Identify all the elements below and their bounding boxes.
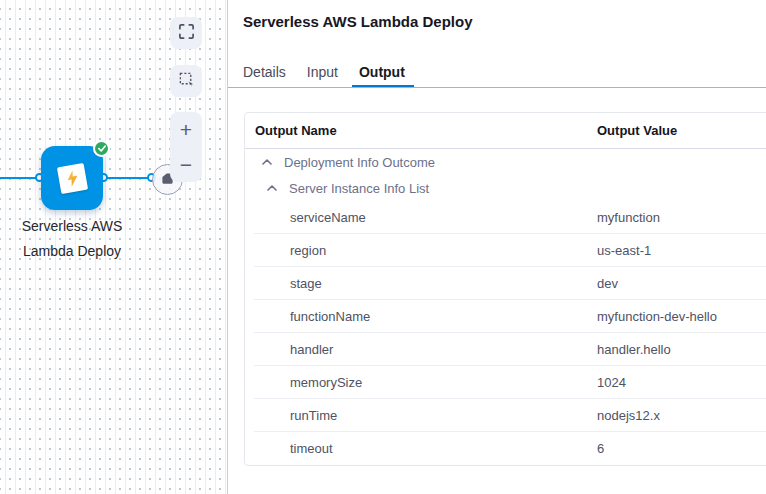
table-row: runTime nodejs12.x xyxy=(245,399,766,432)
output-name: serviceName xyxy=(245,210,597,225)
table-row: region us-east-1 xyxy=(245,234,766,267)
column-output-name: Output Name xyxy=(245,123,597,138)
tabs-divider xyxy=(228,87,766,88)
output-name: functionName xyxy=(245,309,597,324)
page-title: Serverless AWS Lambda Deploy xyxy=(243,13,473,30)
tab-input[interactable]: Input xyxy=(307,55,338,88)
output-name: region xyxy=(245,243,597,258)
zoom-out-button[interactable]: − xyxy=(170,147,202,182)
tab-bar: Details Input Output xyxy=(243,55,405,88)
table-row: functionName myfunction-dev-hello xyxy=(245,300,766,333)
table-row: timeout 6 xyxy=(245,432,766,465)
fullscreen-icon xyxy=(178,23,195,43)
chevron-up-icon[interactable] xyxy=(262,159,272,165)
step-details-panel: Serverless AWS Lambda Deploy Details Inp… xyxy=(228,0,766,494)
output-name: stage xyxy=(245,276,597,291)
group-label: Server Instance Info List xyxy=(289,181,429,196)
pipeline-canvas[interactable]: Serverless AWS Lambda Deploy + − xyxy=(0,0,227,494)
output-name: runTime xyxy=(245,408,597,423)
output-value: us-east-1 xyxy=(597,243,766,258)
column-output-value: Output Value xyxy=(597,123,766,138)
lambda-step-node[interactable] xyxy=(41,146,103,210)
node-label: Serverless AWS Lambda Deploy xyxy=(2,214,142,264)
group-row-server-instance-info[interactable]: Server Instance Info List xyxy=(245,175,766,201)
output-name: memorySize xyxy=(245,375,597,390)
table-header: Output Name Output Value xyxy=(245,113,766,149)
output-value: dev xyxy=(597,276,766,291)
output-name: handler xyxy=(245,342,597,357)
tab-details[interactable]: Details xyxy=(243,55,286,88)
output-name: timeout xyxy=(245,441,597,456)
table-row: stage dev xyxy=(245,267,766,300)
marquee-select-button[interactable] xyxy=(170,65,202,97)
tab-output[interactable]: Output xyxy=(359,55,405,88)
output-value: myfunction xyxy=(597,210,766,225)
group-label: Deployment Info Outcome xyxy=(284,155,435,170)
zoom-controls: + − xyxy=(170,112,202,182)
output-table: Output Name Output Value Deployment Info… xyxy=(244,112,766,466)
zoom-in-button[interactable]: + xyxy=(170,112,202,147)
table-row: handler handler.hello xyxy=(245,333,766,366)
output-value: nodejs12.x xyxy=(597,408,766,423)
table-row: memorySize 1024 xyxy=(245,366,766,399)
output-value: myfunction-dev-hello xyxy=(597,309,766,324)
table-row: serviceName myfunction xyxy=(245,201,766,234)
marquee-select-icon xyxy=(178,71,195,91)
fullscreen-button[interactable] xyxy=(170,17,202,49)
success-badge-icon xyxy=(93,140,110,157)
group-row-deployment-info[interactable]: Deployment Info Outcome xyxy=(245,149,766,175)
chevron-up-icon[interactable] xyxy=(267,185,277,191)
aws-lambda-icon xyxy=(56,162,87,193)
output-value: 1024 xyxy=(597,375,766,390)
output-value: 6 xyxy=(597,441,766,456)
output-value: handler.hello xyxy=(597,342,766,357)
edge-line xyxy=(103,177,153,179)
